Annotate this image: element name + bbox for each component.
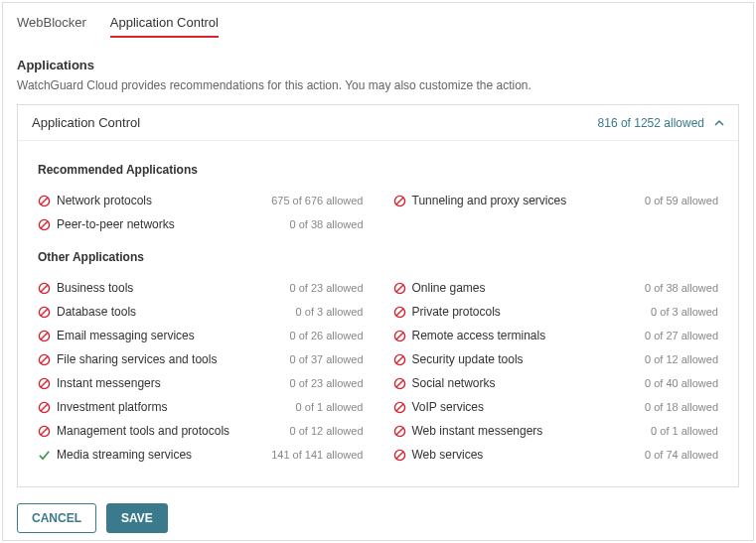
block-icon xyxy=(393,377,406,390)
app-row[interactable]: Instant messengers0 of 23 allowed xyxy=(38,371,364,395)
app-label: Peer-to-peer networks xyxy=(38,217,175,231)
app-label: Instant messengers xyxy=(38,376,161,390)
app-name: Web instant messengers xyxy=(412,424,543,438)
app-name: Private protocols xyxy=(412,305,501,319)
app-label: Social networks xyxy=(393,376,496,390)
app-row[interactable]: Web instant messengers0 of 1 allowed xyxy=(393,419,719,443)
block-icon xyxy=(38,353,51,366)
app-label: Tunneling and proxy services xyxy=(393,194,567,207)
panel-summary-text: 816 of 1252 allowed xyxy=(598,116,704,130)
app-count: 0 of 1 allowed xyxy=(651,425,718,437)
app-name: Network protocols xyxy=(57,194,152,207)
app-row[interactable]: Tunneling and proxy services0 of 59 allo… xyxy=(393,189,719,212)
app-count: 0 of 18 allowed xyxy=(645,401,718,413)
app-row[interactable]: Network protocols675 of 676 allowed xyxy=(38,189,364,212)
block-icon xyxy=(393,353,406,366)
other-grid: Business tools0 of 23 allowedDatabase to… xyxy=(38,276,718,467)
app-label: Database tools xyxy=(38,305,136,319)
tab-application-control[interactable]: Application Control xyxy=(110,15,219,38)
app-row[interactable]: Management tools and protocols0 of 12 al… xyxy=(38,419,364,443)
tab-webblocker[interactable]: WebBlocker xyxy=(17,15,86,38)
app-name: File sharing services and tools xyxy=(57,352,217,366)
svg-line-3 xyxy=(41,220,48,227)
block-icon xyxy=(393,425,406,438)
app-count: 0 of 40 allowed xyxy=(645,377,718,389)
app-row[interactable]: Media streaming services141 of 141 allow… xyxy=(38,443,364,467)
grid-col-left: Network protocols675 of 676 allowedPeer-… xyxy=(38,189,364,236)
app-count: 0 of 59 allowed xyxy=(645,195,718,206)
app-row[interactable]: File sharing services and tools0 of 37 a… xyxy=(38,347,364,371)
app-row[interactable]: Investment platforms0 of 1 allowed xyxy=(38,395,364,419)
block-icon xyxy=(38,377,51,390)
app-count: 0 of 3 allowed xyxy=(296,306,364,318)
app-label: Remote access terminals xyxy=(393,329,546,342)
app-count: 0 of 23 allowed xyxy=(290,377,364,389)
recommended-grid: Network protocols675 of 676 allowedPeer-… xyxy=(38,189,718,236)
app-count: 0 of 3 allowed xyxy=(651,306,718,318)
group-title-other: Other Applications xyxy=(38,250,718,264)
svg-line-29 xyxy=(395,379,402,386)
app-row[interactable]: Private protocols0 of 3 allowed xyxy=(393,300,719,324)
tab-bar: WebBlocker Application Control xyxy=(17,15,739,38)
application-control-panel: Application Control 816 of 1252 allowed … xyxy=(17,104,739,487)
app-count: 0 of 12 allowed xyxy=(290,425,364,437)
app-label: Network protocols xyxy=(38,194,152,207)
block-icon xyxy=(393,449,406,462)
chevron-up-icon xyxy=(714,118,724,128)
block-icon xyxy=(38,425,51,438)
app-row[interactable]: Security update tools0 of 12 allowed xyxy=(393,347,719,371)
app-row[interactable]: Remote access terminals0 of 27 allowed xyxy=(393,324,719,347)
grid-col-right: Tunneling and proxy services0 of 59 allo… xyxy=(393,189,719,236)
block-icon xyxy=(393,195,406,207)
grid-col-left: Business tools0 of 23 allowedDatabase to… xyxy=(38,276,364,467)
app-count: 0 of 1 allowed xyxy=(296,401,364,413)
app-label: Email messaging services xyxy=(38,329,195,342)
app-name: VoIP services xyxy=(412,400,484,414)
panel-body: Recommended Applications Network protoco… xyxy=(18,141,738,486)
app-name: Remote access terminals xyxy=(412,329,546,342)
panel-header[interactable]: Application Control 816 of 1252 allowed xyxy=(18,105,738,141)
block-icon xyxy=(38,218,51,231)
svg-line-27 xyxy=(395,355,402,362)
app-count: 675 of 676 allowed xyxy=(271,195,363,206)
app-row[interactable]: Online games0 of 38 allowed xyxy=(393,276,719,300)
app-label: Business tools xyxy=(38,281,133,295)
svg-line-13 xyxy=(41,355,48,362)
save-button[interactable]: SAVE xyxy=(106,503,168,533)
block-icon xyxy=(393,306,406,319)
block-icon xyxy=(38,282,51,295)
app-count: 0 of 27 allowed xyxy=(645,330,718,341)
svg-line-23 xyxy=(395,308,402,315)
app-row[interactable]: Social networks0 of 40 allowed xyxy=(393,371,719,395)
app-row[interactable]: Peer-to-peer networks0 of 38 allowed xyxy=(38,212,364,236)
app-count: 0 of 74 allowed xyxy=(645,449,718,461)
app-row[interactable]: Web services0 of 74 allowed xyxy=(393,443,719,467)
cancel-button[interactable]: CANCEL xyxy=(17,503,96,533)
svg-line-15 xyxy=(41,379,48,386)
app-label: Media streaming services xyxy=(38,448,192,462)
svg-line-19 xyxy=(41,427,48,434)
app-name: Peer-to-peer networks xyxy=(57,217,175,231)
panel-title: Application Control xyxy=(32,115,140,130)
button-bar: CANCEL SAVE xyxy=(17,503,739,533)
svg-line-35 xyxy=(395,451,402,458)
app-count: 0 of 38 allowed xyxy=(645,282,718,294)
block-icon xyxy=(38,195,51,207)
app-name: Business tools xyxy=(57,281,133,295)
app-label: Management tools and protocols xyxy=(38,424,229,438)
app-row[interactable]: Database tools0 of 3 allowed xyxy=(38,300,364,324)
section-title: Applications xyxy=(17,58,739,72)
app-name: Security update tools xyxy=(412,352,524,366)
app-row[interactable]: Email messaging services0 of 26 allowed xyxy=(38,324,364,347)
app-label: Investment platforms xyxy=(38,400,167,414)
app-label: Web instant messengers xyxy=(393,424,543,438)
grid-col-right: Online games0 of 38 allowedPrivate proto… xyxy=(393,276,719,467)
app-row[interactable]: Business tools0 of 23 allowed xyxy=(38,276,364,300)
app-label: Security update tools xyxy=(393,352,524,366)
block-icon xyxy=(38,330,51,342)
svg-line-31 xyxy=(395,403,402,410)
block-icon xyxy=(393,282,406,295)
app-name: Management tools and protocols xyxy=(57,424,229,438)
app-count: 0 of 38 allowed xyxy=(290,218,364,230)
app-row[interactable]: VoIP services0 of 18 allowed xyxy=(393,395,719,419)
